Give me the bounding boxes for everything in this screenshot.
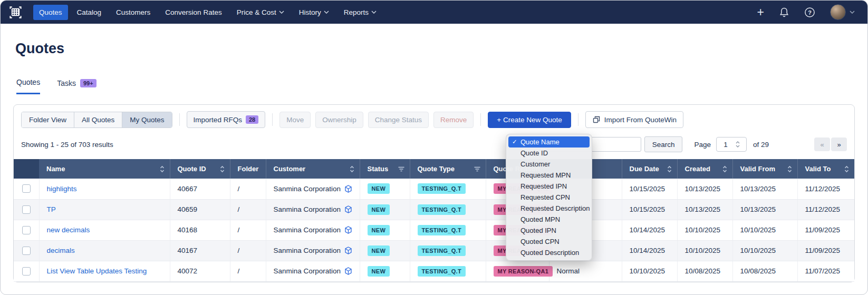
- top-navbar: Quotes Catalog Customers Conversion Rate…: [1, 1, 867, 24]
- nav-item-conversion-rates[interactable]: Conversion Rates: [159, 5, 227, 20]
- divider: [480, 113, 481, 126]
- page-total-label: of 29: [753, 141, 769, 149]
- nav-item-catalog[interactable]: Catalog: [71, 5, 108, 20]
- quote-type-badge: TESTING_Q.T: [418, 225, 466, 235]
- move-button[interactable]: Move: [279, 112, 311, 128]
- nav-item-customers[interactable]: Customers: [110, 5, 156, 20]
- imported-rfqs-button[interactable]: Imported RFQs 28: [187, 111, 266, 128]
- dropdown-option[interactable]: Quoted Description: [508, 247, 590, 258]
- quote-name-link[interactable]: List View Table Updates Testing: [47, 267, 147, 275]
- sort-icon[interactable]: [160, 165, 165, 173]
- tab-quotes[interactable]: Quotes: [16, 78, 40, 94]
- dropdown-option[interactable]: ✓ Quote Name: [508, 136, 590, 148]
- dropdown-option[interactable]: Quote ID: [508, 148, 590, 159]
- quote-name-link[interactable]: new decimals: [47, 226, 90, 234]
- quote-name-link[interactable]: TP: [47, 205, 56, 213]
- header-folder: Folder: [230, 159, 266, 179]
- table-row: List View Table Updates Testing 40072 / …: [14, 261, 854, 281]
- row-checkbox[interactable]: [22, 184, 31, 193]
- customer-cube-icon[interactable]: [344, 267, 352, 275]
- header-name: Name: [39, 159, 170, 179]
- nav-menu: Quotes Catalog Customers Conversion Rate…: [33, 5, 382, 20]
- import-from-quotewin-button[interactable]: Import From QuoteWin: [585, 111, 683, 128]
- results-count: Showing 1 - 25 of 703 results: [21, 141, 113, 149]
- tab-bar: Quotes Tasks 99+: [16, 78, 867, 94]
- quote-type-badge: TESTING_Q.T: [418, 245, 466, 256]
- help-icon[interactable]: ?: [804, 7, 815, 18]
- dropdown-option[interactable]: Customer: [508, 159, 590, 170]
- change-status-button[interactable]: Change Status: [368, 112, 429, 128]
- search-field-dropdown-menu: ✓ Quote Name Quote ID Customer Requested…: [506, 134, 592, 261]
- row-checkbox[interactable]: [22, 247, 31, 255]
- table-header-row: Name Quote ID Folder Customer Status Quo…: [14, 159, 854, 179]
- create-new-quote-button[interactable]: + Create New Quote: [488, 112, 571, 128]
- notifications-bell-icon[interactable]: [779, 7, 789, 18]
- sort-icon[interactable]: [350, 165, 354, 173]
- header-due-date: Due Date: [622, 159, 677, 179]
- app-logo-icon[interactable]: [8, 5, 23, 19]
- sort-icon[interactable]: [722, 165, 727, 173]
- sort-icon[interactable]: [667, 165, 672, 173]
- status-badge: NEW: [368, 225, 390, 235]
- quote-name-link[interactable]: highlights: [47, 185, 77, 193]
- dropdown-option[interactable]: Requested CPN: [508, 192, 590, 203]
- divider: [578, 113, 578, 126]
- quote-type-badge: TESTING_Q.T: [418, 183, 466, 194]
- customer-cube-icon[interactable]: [344, 185, 352, 193]
- dropdown-option[interactable]: Requested Description: [508, 203, 590, 214]
- nav-item-price-cost[interactable]: Price & Cost: [231, 5, 290, 20]
- dropdown-option[interactable]: Requested MPN: [508, 170, 590, 181]
- table-row: TP 40659 / Sanmina Corporation NEW TESTI…: [14, 199, 854, 220]
- page-number-input[interactable]: [717, 141, 735, 149]
- dropdown-option[interactable]: Requested IPN: [508, 181, 590, 192]
- nav-item-reports[interactable]: Reports: [338, 5, 382, 20]
- row-checkbox[interactable]: [22, 205, 31, 214]
- page-label: Page: [694, 141, 711, 149]
- sort-icon[interactable]: [844, 165, 849, 173]
- sort-icon[interactable]: [220, 165, 225, 173]
- navbar-actions: + ?: [757, 4, 855, 20]
- header-quote-type: Quote Type: [410, 159, 486, 179]
- customer-cube-icon[interactable]: [344, 247, 352, 254]
- search-button[interactable]: Search: [644, 136, 683, 152]
- header-status: Status: [360, 159, 410, 179]
- dropdown-option[interactable]: Quoted CPN: [508, 236, 590, 247]
- nav-item-quotes[interactable]: Quotes: [33, 5, 68, 20]
- user-menu[interactable]: [830, 4, 855, 20]
- create-plus-icon[interactable]: +: [757, 6, 764, 18]
- pager: « »: [814, 137, 847, 151]
- customer-cube-icon[interactable]: [344, 226, 352, 234]
- table-row: new decimals 40168 / Sanmina Corporation…: [14, 220, 854, 240]
- sort-icon[interactable]: [787, 165, 792, 173]
- filter-icon[interactable]: [474, 166, 480, 172]
- my-quotes-button[interactable]: My Quotes: [122, 112, 171, 127]
- avatar[interactable]: [830, 4, 846, 20]
- header-created: Created: [677, 159, 732, 179]
- folder-view-button[interactable]: Folder View: [22, 112, 74, 127]
- all-quotes-button[interactable]: All Quotes: [74, 112, 122, 127]
- ownership-button[interactable]: Ownership: [315, 112, 363, 128]
- page-number-stepper: [716, 137, 747, 152]
- nav-item-history[interactable]: History: [293, 5, 335, 20]
- status-badge: NEW: [368, 245, 390, 256]
- quotes-table: Name Quote ID Folder Customer Status Quo…: [14, 159, 854, 282]
- quote-name-link[interactable]: decimals: [47, 247, 75, 254]
- view-segmented-control: Folder View All Quotes My Quotes: [21, 112, 172, 128]
- tab-tasks[interactable]: Tasks 99+: [57, 78, 96, 94]
- previous-page-button[interactable]: «: [814, 137, 830, 151]
- dropdown-option[interactable]: Quoted MPN: [508, 214, 590, 225]
- stepper-arrows-icon[interactable]: [736, 141, 740, 148]
- dropdown-option[interactable]: Quoted IPN: [508, 225, 590, 236]
- remove-button[interactable]: Remove: [433, 112, 474, 128]
- status-badge: NEW: [368, 204, 390, 215]
- status-badge: NEW: [368, 183, 390, 194]
- customer-cube-icon[interactable]: [344, 205, 352, 213]
- row-checkbox[interactable]: [22, 226, 31, 234]
- next-page-button[interactable]: »: [831, 137, 847, 151]
- filter-icon[interactable]: [398, 166, 404, 172]
- svg-text:?: ?: [808, 9, 812, 15]
- header-valid-to: Valid To: [797, 159, 854, 179]
- header-customer: Customer: [266, 159, 360, 179]
- row-checkbox[interactable]: [22, 267, 31, 276]
- app-window: Quotes Catalog Customers Conversion Rate…: [0, 0, 868, 295]
